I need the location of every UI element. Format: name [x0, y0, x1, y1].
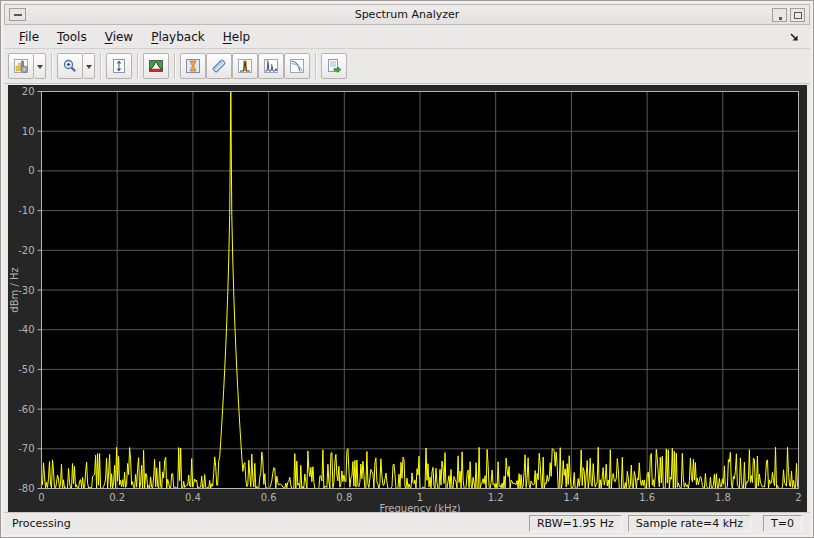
status-message: Processing — [12, 517, 71, 530]
cursor-measurements-button[interactable] — [180, 53, 206, 79]
x-tick-label: 1.8 — [715, 492, 731, 503]
fit-to-view-icon — [111, 58, 127, 74]
spectrum-settings-icon — [148, 58, 164, 74]
toolbar-separator — [137, 53, 138, 79]
menu-view[interactable]: View — [96, 27, 142, 47]
y-tick-label: -10 — [18, 205, 34, 216]
y-tick-label: 20 — [22, 86, 35, 97]
maximize-icon — [794, 12, 802, 19]
y-tick-label: -50 — [18, 364, 34, 375]
dock-arrow-icon — [788, 31, 802, 45]
menu-help[interactable]: Help — [214, 27, 259, 47]
x-tick-label: 0 — [38, 492, 44, 503]
ccdf-measurements-button[interactable] — [284, 53, 310, 79]
x-axis-label: Frequency (kHz) — [379, 503, 460, 513]
peak-finder-icon — [237, 58, 253, 74]
title-bar[interactable]: Spectrum Analyzer — [4, 4, 810, 25]
dock-button[interactable] — [788, 30, 802, 44]
window-title: Spectrum Analyzer — [5, 8, 809, 21]
y-tick-label: 10 — [22, 126, 35, 137]
x-tick-label: 1.4 — [563, 492, 579, 503]
cursor-measurements-icon — [185, 58, 201, 74]
zoom-in-icon — [62, 58, 78, 74]
toolbar-separator — [51, 53, 52, 79]
configuration-properties-button[interactable] — [8, 53, 34, 79]
step-forward-icon — [326, 58, 342, 74]
y-tick-label: -60 — [18, 404, 34, 415]
sample-rate-field: Sample rate=4 kHz — [628, 515, 751, 532]
toolbar-separator — [315, 53, 316, 79]
rbw-field: RBW=1.95 Hz — [529, 515, 622, 532]
time-field: T=0 — [763, 515, 802, 532]
maximize-button[interactable] — [790, 8, 805, 22]
menu-tools[interactable]: Tools — [48, 27, 96, 47]
y-tick-label: -40 — [18, 324, 34, 335]
menu-bar: FileToolsViewPlaybackHelp — [4, 26, 810, 49]
zoom-in-dropdown[interactable] — [83, 53, 95, 79]
peak-finder-button[interactable] — [232, 53, 258, 79]
x-tick-label: 1.6 — [639, 492, 655, 503]
x-tick-label: 1.2 — [488, 492, 504, 503]
scope-config-icon — [13, 58, 29, 74]
x-tick-label: 2 — [795, 492, 801, 503]
minimize-button[interactable] — [772, 8, 787, 22]
x-tick-label: 0.4 — [185, 492, 201, 503]
spectrum-plot[interactable]: 20100-10-20-30-40-50-60-70-8000.20.40.60… — [8, 85, 807, 512]
toolbar-separator — [100, 53, 101, 79]
spectrum-analyzer-window: Spectrum Analyzer FileToolsViewPlaybackH… — [0, 0, 814, 538]
spectrum-settings-button[interactable] — [143, 53, 169, 79]
toolbar — [4, 49, 810, 84]
x-tick-label: 0.6 — [261, 492, 277, 503]
menu-file[interactable]: File — [10, 27, 48, 47]
distortion-measurements-button[interactable] — [258, 53, 284, 79]
signal-statistics-button[interactable] — [206, 53, 232, 79]
y-axis-label: dBm / Hz — [9, 267, 20, 312]
minimize-icon — [779, 17, 782, 20]
distortion-measurements-icon — [263, 58, 279, 74]
menu-playback[interactable]: Playback — [142, 27, 214, 47]
x-tick-label: 0.2 — [109, 492, 125, 503]
signal-statistics-icon — [211, 58, 227, 74]
zoom-in-button[interactable] — [57, 53, 83, 79]
status-bar: Processing RBW=1.95 Hz Sample rate=4 kHz… — [4, 512, 810, 534]
y-tick-label: -80 — [18, 483, 34, 494]
fit-to-view-button[interactable] — [106, 53, 132, 79]
ccdf-measurements-icon — [289, 58, 305, 74]
y-tick-label: -70 — [18, 443, 34, 454]
y-tick-label: -20 — [18, 245, 34, 256]
y-tick-label: -30 — [18, 285, 34, 296]
spectrum-chart: 20100-10-20-30-40-50-60-70-8000.20.40.60… — [8, 85, 807, 512]
step-forward-button[interactable] — [321, 53, 347, 79]
y-tick-label: 0 — [28, 165, 34, 176]
toolbar-separator — [174, 53, 175, 79]
x-tick-label: 1 — [417, 492, 423, 503]
x-tick-label: 0.8 — [336, 492, 352, 503]
configuration-properties-dropdown[interactable] — [34, 53, 46, 79]
